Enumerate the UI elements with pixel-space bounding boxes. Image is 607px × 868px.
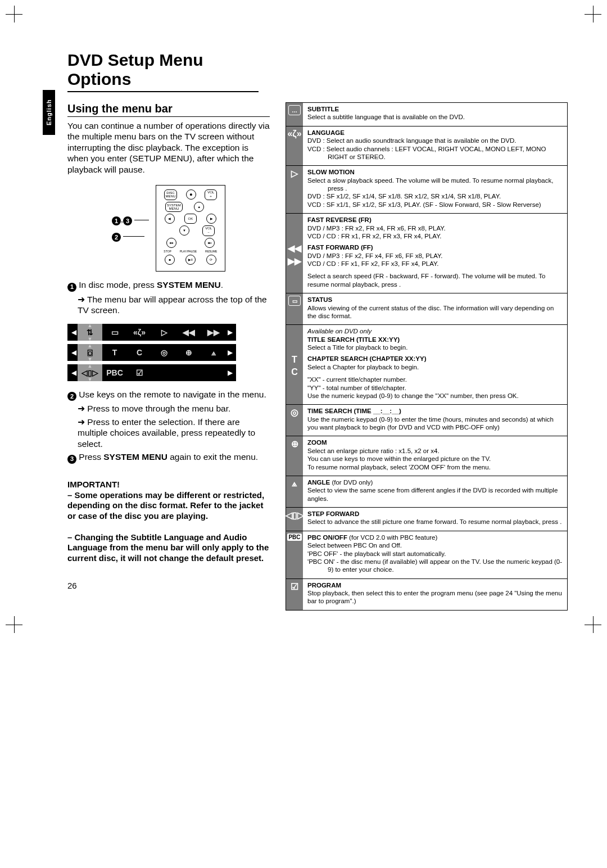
feature-table: …SUBTITLESelect a subtitle language that… (286, 102, 568, 611)
feature-icon: ⊕ (286, 436, 303, 476)
feature-row: ⟁ANGLE (for DVD only)Select to view the … (286, 476, 567, 507)
feature-body: PBC ON/OFF (for VCD 2.0 with PBC feature… (303, 531, 567, 578)
feature-body: ANGLE (for DVD only)Select to view the s… (303, 476, 567, 507)
left-column: Using the menu bar You can continue a nu… (67, 102, 270, 611)
step3: 3 Press SYSTEM MENU again to exit the me… (67, 451, 270, 464)
feature-row: PBCPBC ON/OFF (for VCD 2.0 with PBC feat… (286, 531, 567, 578)
language-tab: English (43, 90, 55, 135)
feature-icon: ▭ (286, 293, 303, 324)
feature-icon: ◎ (286, 405, 303, 436)
feature-body: ZOOMSelect an enlarge picture ratio : x1… (303, 436, 567, 476)
feature-body: SUBTITLESelect a subtitle language that … (303, 103, 567, 126)
feature-body: PROGRAMStop playback, then select this t… (303, 579, 567, 610)
feature-icon: ◀◀▶▶ (286, 214, 303, 293)
feature-icon: ◁▯▷ (286, 508, 303, 531)
remote-diagram: 1,3 2 DISCMENU⏺VOL＋ SYSTEMMENU▲ ◀OK▶ ▼VO… (101, 185, 236, 272)
step1: 1 In disc mode, press SYSTEM MENU. (67, 279, 270, 292)
feature-row: …SUBTITLESelect a subtitle language that… (286, 103, 567, 126)
feature-body: FAST REVERSE (FR)DVD / MP3 : FR x2, FR x… (303, 214, 567, 293)
feature-body: LANGUAGEDVD : Select an audio soundtrack… (303, 126, 567, 166)
step2: 2 Use keys on the remote to navigate in … (67, 389, 270, 401)
page-title: DVD Setup Menu Options (67, 51, 259, 92)
feature-icon: «ζ» (286, 126, 303, 166)
feature-row: «ζ»LANGUAGEDVD : Select an audio soundtr… (286, 126, 567, 166)
feature-icon: TC (286, 325, 303, 404)
feature-row: ▭STATUSAllows viewing of the current sta… (286, 293, 567, 324)
important-block: IMPORTANT! – Some operations may be diff… (67, 480, 270, 564)
feature-row: ⊕ZOOMSelect an enlarge picture ratio : x… (286, 436, 567, 476)
feature-icon: ▷ (286, 166, 303, 213)
feature-row: ◀◀▶▶FAST REVERSE (FR)DVD / MP3 : FR x2, … (286, 213, 567, 293)
feature-row: ▷SLOW MOTIONSelect a slow playback speed… (286, 165, 567, 213)
feature-icon: PBC (286, 531, 303, 578)
feature-body: TIME SEARCH (TIME __:__:__)Use the numer… (303, 405, 567, 436)
important-note-2: – Changing the Subtitle Language and Aud… (67, 532, 269, 563)
page-number: 26 (67, 581, 270, 590)
feature-body: SLOW MOTIONSelect a slow playback speed.… (303, 166, 567, 213)
menubar-diagram: ◀⇅▲▼▭«ζ»▷◀◀▶▶▶◀⌼▲▼TC◎⊕⟁▶◀◁▯▷▲▼PBC☑▶ (67, 324, 236, 381)
feature-row: TCAvailable on DVD onlyTITLE SEARCH (TIT… (286, 324, 567, 404)
feature-icon: ⟁ (286, 476, 303, 507)
feature-body: STEP FORWARDSelect to advance the still … (303, 508, 567, 531)
step2-result2: ➜ Press to enter the selection. If there… (67, 417, 270, 449)
important-note-1: – Some operations may be different or re… (67, 490, 264, 521)
important-label: IMPORTANT! (67, 480, 120, 489)
feature-body: Available on DVD onlyTITLE SEARCH (TITLE… (303, 325, 567, 404)
feature-row: ◎TIME SEARCH (TIME __:__:__)Use the nume… (286, 404, 567, 436)
feature-icon: … (286, 103, 303, 126)
step1-result: ➜ The menu bar will appear across the to… (67, 294, 270, 316)
step2-result1: ➜ Press to move through the menu bar. (67, 403, 270, 414)
section-heading: Using the menu bar (67, 102, 270, 117)
feature-row: ◁▯▷STEP FORWARDSelect to advance the sti… (286, 507, 567, 531)
feature-body: STATUSAllows viewing of the current stat… (303, 293, 567, 324)
feature-icon: ☑ (286, 579, 303, 610)
intro-paragraph: You can continue a number of operations … (67, 120, 270, 175)
feature-row: ☑PROGRAMStop playback, then select this … (286, 578, 567, 610)
